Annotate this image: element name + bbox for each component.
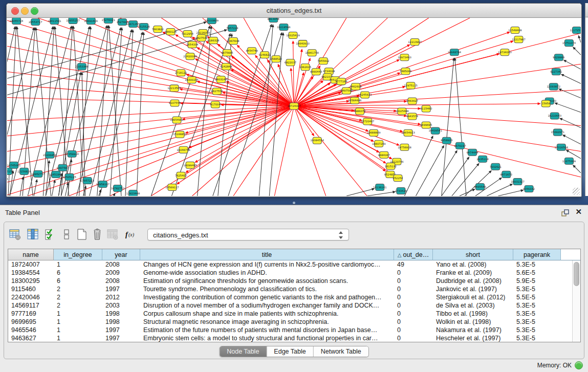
tab-edge-table[interactable]: Edge Table: [267, 346, 313, 357]
resize-grip[interactable]: [573, 188, 580, 195]
network-node[interactable]: 12093872: [547, 83, 561, 90]
network-node[interactable]: 24055724: [10, 18, 24, 25]
network-node[interactable]: 9107554: [169, 100, 181, 106]
network-node[interactable]: 9684067: [378, 151, 390, 158]
network-node[interactable]: 12156829: [17, 168, 31, 174]
column-header-title[interactable]: title: [140, 249, 394, 260]
network-node[interactable]: 9146821: [259, 52, 271, 58]
network-node[interactable]: 19218596: [277, 24, 291, 31]
network-node[interactable]: 9827508: [195, 35, 207, 41]
network-node[interactable]: 8471670: [500, 171, 512, 178]
table-row[interactable]: 969969511998Structural magnetic resonanc…: [8, 318, 580, 326]
network-node[interactable]: 17359924: [65, 150, 79, 157]
network-node[interactable]: 11675309: [562, 158, 576, 164]
row-selection-button[interactable]: [43, 227, 57, 242]
network-node[interactable]: 1362615: [299, 64, 311, 71]
network-node[interactable]: 8427552: [211, 88, 223, 95]
table-scrollbar-thumb[interactable]: [574, 262, 579, 286]
network-node[interactable]: 9777169: [335, 78, 347, 85]
function-builder-button[interactable]: f (x): [124, 227, 138, 242]
table-row[interactable]: 977716911998Corpus callosum shape and si…: [8, 310, 580, 318]
network-node[interactable]: 15720407: [361, 118, 375, 125]
network-node[interactable]: 16745061: [7, 162, 20, 168]
network-node[interactable]: 10973493: [398, 54, 411, 61]
network-node[interactable]: 16931327: [511, 178, 525, 185]
network-node[interactable]: 6679197: [454, 142, 466, 149]
network-node[interactable]: 9329966: [553, 54, 564, 61]
network-node[interactable]: 1615132: [385, 163, 397, 169]
network-node[interactable]: 7485063: [400, 68, 411, 75]
table-row[interactable]: 1456911722003Disruption of a novel membe…: [8, 301, 580, 310]
network-node[interactable]: 16782753: [111, 185, 125, 191]
network-node[interactable]: 15692971: [551, 129, 565, 136]
table-row[interactable]: 2242004622012Investigating the contribut…: [8, 293, 580, 301]
network-node[interactable]: 7857224: [226, 25, 238, 32]
network-node[interactable]: 20553717: [29, 19, 42, 26]
network-node[interactable]: 9943574: [406, 113, 419, 120]
network-node[interactable]: 11451944: [49, 171, 63, 178]
network-node[interactable]: 8186328: [207, 37, 219, 44]
network-node[interactable]: 19942757: [31, 170, 45, 177]
network-node[interactable]: 9115460: [420, 105, 432, 112]
network-node[interactable]: 17016504: [555, 144, 569, 150]
network-node[interactable]: 917004: [210, 101, 221, 108]
network-node[interactable]: 12975115: [404, 82, 418, 89]
network-node[interactable]: 7932621: [490, 163, 502, 170]
network-node[interactable]: 9474444: [466, 149, 478, 156]
network-node[interactable]: 16245633: [358, 92, 372, 98]
show-columns-button[interactable]: [26, 227, 40, 242]
network-node[interactable]: 16210643: [548, 113, 562, 119]
network-canvas[interactable]: 2405572420553717184115011065525720691406…: [7, 18, 581, 196]
network-node[interactable]: 14569117: [165, 184, 179, 190]
network-node[interactable]: 2935114: [477, 156, 489, 162]
column-header-year[interactable]: year: [102, 249, 140, 260]
network-node[interactable]: 9860124: [165, 29, 177, 35]
network-graph[interactable]: 2405572420553717184115011065525720691406…: [7, 18, 581, 196]
delete-rows-button[interactable]: [90, 227, 104, 242]
network-node[interactable]: 17957223: [80, 177, 94, 184]
network-node[interactable]: 9046332: [523, 185, 535, 192]
network-node[interactable]: 19654923: [401, 129, 415, 136]
network-node[interactable]: 19384554: [310, 137, 324, 144]
network-node[interactable]: 2718120: [175, 70, 187, 76]
network-node[interactable]: 12217987: [512, 36, 526, 43]
network-node[interactable]: 16648784: [448, 49, 462, 56]
network-node[interactable]: 12213967: [408, 39, 422, 46]
network-node[interactable]: 9397587: [57, 164, 69, 171]
network-node[interactable]: 10655257: [66, 18, 80, 24]
network-node[interactable]: 15276021: [102, 18, 116, 24]
network-node[interactable]: 15751074: [562, 40, 576, 47]
network-node[interactable]: 20691406: [84, 18, 98, 25]
network-node[interactable]: 16136141: [373, 184, 387, 190]
table-selector-dropdown[interactable]: citations_edges.txt: [147, 229, 349, 240]
network-node[interactable]: 6497568: [340, 87, 352, 94]
network-node[interactable]: 9699695: [420, 122, 432, 128]
table-row[interactable]: 911546021997Tourette syndrome. Phenomeno…: [8, 285, 580, 293]
network-node[interactable]: 18325419: [286, 32, 300, 39]
column-header-pagerank[interactable]: pagerank: [513, 249, 561, 260]
network-node[interactable]: 11172531: [570, 27, 581, 34]
network-node[interactable]: 8454749: [246, 48, 258, 54]
network-node[interactable]: 9875685: [221, 50, 233, 56]
network-node[interactable]: 18411501: [48, 18, 61, 25]
network-node[interactable]: 21053346: [75, 63, 89, 70]
network-node[interactable]: 1654334: [186, 41, 199, 48]
network-node[interactable]: 12923448: [126, 190, 140, 196]
table-row[interactable]: 1872400712008Changes of HCN gene express…: [8, 260, 580, 269]
network-node[interactable]: 19756928: [398, 144, 411, 150]
table-row[interactable]: 946554611997Estimation of the future num…: [8, 326, 580, 334]
create-table-button[interactable]: [75, 227, 89, 242]
column-header-name[interactable]: name: [8, 249, 54, 260]
network-node[interactable]: 5912954: [182, 31, 194, 37]
network-node[interactable]: 9227341: [550, 69, 562, 75]
network-node[interactable]: 8358923: [441, 137, 452, 144]
network-node[interactable]: 15958: [541, 100, 550, 107]
network-node[interactable]: 16033809: [205, 18, 219, 24]
network-node[interactable]: 2367608: [227, 38, 239, 45]
table-row[interactable]: 1938455462009Genome-wide association stu…: [8, 269, 580, 277]
network-node[interactable]: 6822037: [285, 59, 296, 66]
network-node[interactable]: 9463627: [406, 98, 418, 104]
network-node[interactable]: 15166852: [173, 131, 187, 138]
network-node[interactable]: 1733426: [395, 187, 407, 194]
table-scrollbar[interactable]: [572, 260, 580, 342]
